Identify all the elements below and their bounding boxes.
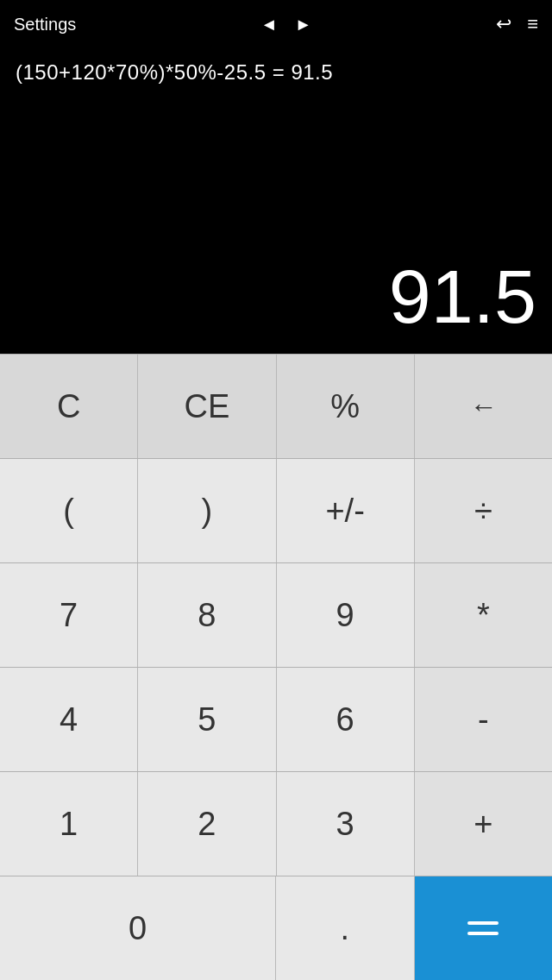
equals-button[interactable] — [415, 876, 553, 980]
six-button[interactable]: 6 — [277, 668, 415, 771]
nine-button[interactable]: 9 — [277, 563, 415, 667]
key-row-4: 4 5 6 - — [0, 667, 552, 771]
key-row-1: C CE % ← — [0, 354, 552, 458]
close-paren-button[interactable]: ) — [138, 459, 276, 562]
back-arrow-icon[interactable]: ◄ — [260, 15, 278, 35]
key-row-6: 0 . — [0, 876, 552, 980]
dot-button[interactable]: . — [276, 876, 415, 980]
seven-button[interactable]: 7 — [0, 563, 138, 667]
key-row-2: ( ) +/- ÷ — [0, 458, 552, 562]
open-paren-button[interactable]: ( — [0, 459, 138, 562]
key-row-5: 1 2 3 + — [0, 771, 552, 876]
keypad: C CE % ← ( ) +/- ÷ 7 8 — [0, 354, 552, 980]
forward-arrow-icon[interactable]: ► — [295, 15, 312, 35]
key-row-3: 7 8 9 * — [0, 562, 552, 667]
multiply-button[interactable]: * — [415, 563, 552, 667]
expression-display: (150+120*70%)*50%-25.5 = 91.5 — [16, 60, 536, 85]
backspace-icon: ← — [469, 391, 497, 423]
menu-icon[interactable]: ≡ — [527, 13, 538, 35]
clear-button[interactable]: C — [0, 355, 138, 458]
one-button[interactable]: 1 — [0, 772, 138, 876]
two-button[interactable]: 2 — [138, 772, 276, 876]
clear-entry-button[interactable]: CE — [138, 355, 276, 458]
plus-minus-button[interactable]: +/- — [277, 459, 415, 562]
eight-button[interactable]: 8 — [138, 563, 276, 667]
settings-label[interactable]: Settings — [14, 15, 76, 35]
divide-button[interactable]: ÷ — [415, 459, 552, 562]
equals-icon — [467, 921, 499, 935]
top-bar: Settings ◄ ► ↩ ≡ — [0, 0, 552, 48]
five-button[interactable]: 5 — [138, 668, 276, 771]
four-button[interactable]: 4 — [0, 668, 138, 771]
plus-button[interactable]: + — [415, 772, 552, 876]
equals-line-top — [467, 921, 499, 925]
minus-button[interactable]: - — [415, 668, 552, 771]
result-display: 91.5 — [16, 257, 536, 347]
zero-button[interactable]: 0 — [0, 876, 276, 980]
backspace-button[interactable]: ← — [415, 355, 552, 458]
undo-icon[interactable]: ↩ — [496, 13, 511, 35]
equals-line-bottom — [467, 932, 499, 935]
nav-arrows: ◄ ► — [260, 15, 312, 35]
percent-button[interactable]: % — [277, 355, 415, 458]
top-right-controls: ↩ ≡ — [496, 13, 538, 35]
calculator-display: (150+120*70%)*50%-25.5 = 91.5 91.5 — [0, 48, 552, 354]
three-button[interactable]: 3 — [277, 772, 415, 876]
